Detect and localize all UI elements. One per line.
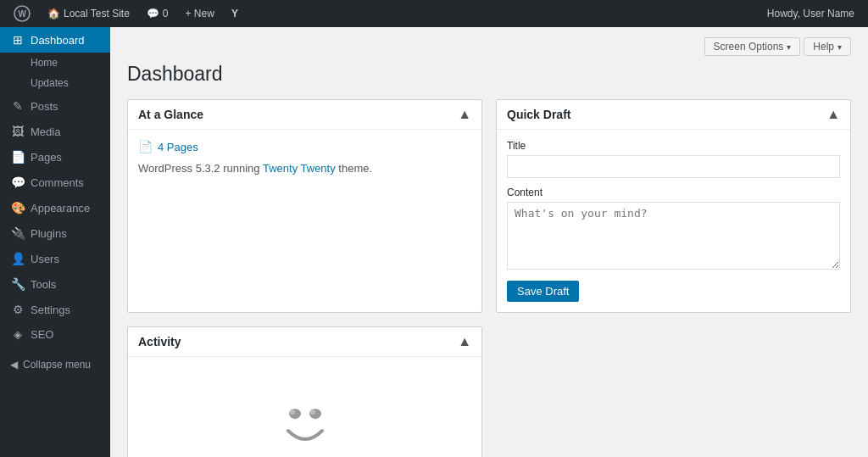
- at-a-glance-toggle[interactable]: ▲: [458, 107, 471, 122]
- activity-empty-state: No activity yet!: [138, 367, 471, 457]
- quick-draft-body: Title Content Save Draft: [497, 130, 850, 312]
- svg-text:W: W: [19, 9, 27, 19]
- sidebar-item-dashboard[interactable]: ⊞ Dashboard: [0, 27, 110, 53]
- dashboard-grid: At a Glance ▲ 📄 4 Pages WordPress 5.3.2 …: [127, 99, 851, 457]
- adminbar-howdy[interactable]: Howdy, User Name: [760, 0, 861, 27]
- screen-meta-bar: Screen Options ▾ Help ▾: [127, 37, 851, 56]
- sidebar-item-home[interactable]: Home: [0, 53, 110, 73]
- posts-icon: ✎: [10, 99, 25, 113]
- sidebar-item-pages[interactable]: 📄 Pages: [0, 144, 110, 170]
- pages-count-link[interactable]: 📄 4 Pages: [138, 140, 471, 153]
- at-a-glance-title: At a Glance: [138, 108, 203, 121]
- collapse-arrow-icon: ◀: [10, 359, 18, 371]
- activity-header: Activity ▲: [128, 327, 481, 357]
- settings-icon: ⚙: [10, 303, 25, 316]
- draft-content-label: Content: [507, 187, 840, 198]
- dashboard-icon: ⊞: [10, 33, 25, 47]
- sidebar-item-updates[interactable]: Updates: [0, 73, 110, 93]
- sidebar-item-settings[interactable]: ⚙ Settings: [0, 297, 110, 322]
- at-a-glance-widget: At a Glance ▲ 📄 4 Pages WordPress 5.3.2 …: [127, 99, 482, 313]
- sidebar-item-tools[interactable]: 🔧 Tools: [0, 271, 110, 297]
- adminbar-new[interactable]: + New: [179, 0, 221, 27]
- pages-icon: 📄: [10, 150, 25, 164]
- help-arrow-icon: ▾: [837, 42, 842, 52]
- activity-title: Activity: [138, 335, 181, 348]
- quick-draft-header: Quick Draft ▲: [497, 100, 850, 130]
- sidebar-item-media[interactable]: 🖼 Media: [0, 119, 110, 144]
- tools-icon: 🔧: [10, 277, 25, 291]
- theme-link[interactable]: Twenty Twenty: [263, 162, 336, 175]
- appearance-icon: 🎨: [10, 201, 25, 215]
- page-title: Dashboard: [127, 63, 851, 86]
- svg-point-5: [310, 410, 315, 415]
- svg-point-4: [290, 410, 295, 415]
- sidebar-item-comments[interactable]: 💬 Comments: [0, 170, 110, 195]
- draft-title-input[interactable]: [507, 155, 840, 178]
- admin-bar: W 🏠 Local Test Site 💬 0 + New Y Howdy, U…: [0, 0, 868, 27]
- media-icon: 🖼: [10, 125, 25, 138]
- sidebar-item-seo[interactable]: ◈ SEO: [0, 322, 110, 347]
- screen-options-arrow-icon: ▾: [787, 42, 791, 52]
- adminbar-comments[interactable]: 💬 0: [140, 0, 175, 27]
- admin-menu: ⊞ Dashboard Home Updates ✎ Posts 🖼 Media…: [0, 27, 110, 457]
- draft-title-label: Title: [507, 140, 840, 152]
- quick-draft-toggle[interactable]: ▲: [826, 107, 840, 122]
- sidebar-item-appearance[interactable]: 🎨 Appearance: [0, 195, 110, 220]
- save-draft-button[interactable]: Save Draft: [507, 281, 579, 302]
- activity-toggle[interactable]: ▲: [458, 334, 471, 349]
- wp-version-text: WordPress 5.3.2 running Twenty Twenty th…: [138, 162, 471, 175]
- at-a-glance-header: At a Glance ▲: [128, 100, 481, 130]
- at-a-glance-body: 📄 4 Pages WordPress 5.3.2 running Twenty…: [128, 130, 481, 185]
- sidebar-item-users[interactable]: 👤 Users: [0, 246, 110, 271]
- collapse-menu-button[interactable]: ◀ Collapse menu: [0, 350, 110, 379]
- comments-icon: 💬: [10, 176, 25, 189]
- help-button[interactable]: Help ▾: [804, 37, 851, 56]
- sidebar-item-plugins[interactable]: 🔌 Plugins: [0, 220, 110, 246]
- activity-body: No activity yet!: [128, 357, 481, 457]
- seo-icon: ◈: [10, 328, 25, 341]
- main-content: Screen Options ▾ Help ▾ Dashboard At a G…: [110, 27, 868, 457]
- draft-content-textarea[interactable]: [507, 202, 840, 270]
- pages-doc-icon: 📄: [138, 140, 153, 153]
- smiley-face-icon: [271, 393, 339, 452]
- screen-options-button[interactable]: Screen Options ▾: [704, 37, 801, 56]
- users-icon: 👤: [10, 252, 25, 265]
- sidebar-item-posts[interactable]: ✎ Posts: [0, 93, 110, 119]
- adminbar-yoast[interactable]: Y: [225, 0, 245, 27]
- activity-widget: Activity ▲: [127, 326, 482, 457]
- adminbar-wp-logo[interactable]: W: [7, 0, 37, 27]
- quick-draft-widget: Quick Draft ▲ Title Content Save Draft: [496, 99, 851, 313]
- plugins-icon: 🔌: [10, 226, 25, 240]
- quick-draft-title: Quick Draft: [507, 108, 570, 121]
- adminbar-site-name[interactable]: 🏠 Local Test Site: [41, 0, 136, 27]
